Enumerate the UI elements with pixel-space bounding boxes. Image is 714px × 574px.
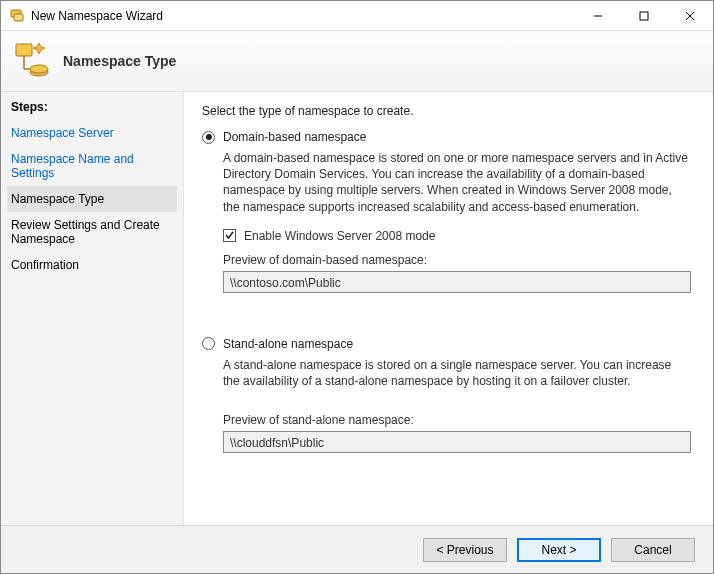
radio-standalone[interactable]: Stand-alone namespace [202,337,691,351]
svg-rect-6 [16,44,32,56]
domain-description: A domain-based namespace is stored on on… [223,150,691,215]
step-review-create[interactable]: Review Settings and Create Namespace [11,212,173,252]
steps-sidebar: Steps: Namespace Server Namespace Name a… [1,92,184,525]
button-bar: < Previous Next > Cancel [1,525,713,573]
domain-preview-value: \\contoso.com\Public [223,271,691,293]
radio-standalone-label: Stand-alone namespace [223,337,353,351]
standalone-description: A stand-alone namespace is stored on a s… [223,357,691,389]
close-button[interactable] [667,1,713,31]
next-button[interactable]: Next > [517,538,601,562]
maximize-button[interactable] [621,1,667,31]
minimize-button[interactable] [575,1,621,31]
radio-domain-label: Domain-based namespace [223,130,366,144]
svg-rect-1 [14,14,23,21]
svg-rect-3 [640,12,648,20]
checkbox-2008-mode[interactable]: Enable Windows Server 2008 mode [223,229,691,243]
svg-point-10 [30,65,48,73]
wizard-icon [13,41,53,81]
steps-title: Steps: [11,100,173,114]
standalone-preview-value: \\clouddfsn\Public [223,431,691,453]
previous-button[interactable]: < Previous [423,538,507,562]
step-namespace-type[interactable]: Namespace Type [7,186,177,212]
domain-preview-label: Preview of domain-based namespace: [223,253,691,267]
standalone-preview-label: Preview of stand-alone namespace: [223,413,691,427]
body: Steps: Namespace Server Namespace Name a… [1,92,713,525]
wizard-header: Namespace Type [1,31,713,92]
window-title: New Namespace Wizard [31,9,575,23]
window-frame: New Namespace Wizard Namespace Type Step… [0,0,714,574]
checkbox-icon [223,229,236,242]
checkbox-2008-label: Enable Windows Server 2008 mode [244,229,435,243]
app-icon [9,8,25,24]
titlebar: New Namespace Wizard [1,1,713,31]
option-domain-based: Domain-based namespace A domain-based na… [202,130,691,293]
step-namespace-server[interactable]: Namespace Server [11,120,173,146]
page-heading: Namespace Type [63,53,176,69]
radio-icon [202,131,215,144]
content-pane: Select the type of namespace to create. … [184,92,713,525]
cancel-button[interactable]: Cancel [611,538,695,562]
step-confirmation[interactable]: Confirmation [11,252,173,278]
option-standalone: Stand-alone namespace A stand-alone name… [202,337,691,453]
instruction-text: Select the type of namespace to create. [202,104,691,118]
radio-domain-based[interactable]: Domain-based namespace [202,130,691,144]
radio-icon [202,337,215,350]
step-namespace-name-settings[interactable]: Namespace Name and Settings [11,146,173,186]
